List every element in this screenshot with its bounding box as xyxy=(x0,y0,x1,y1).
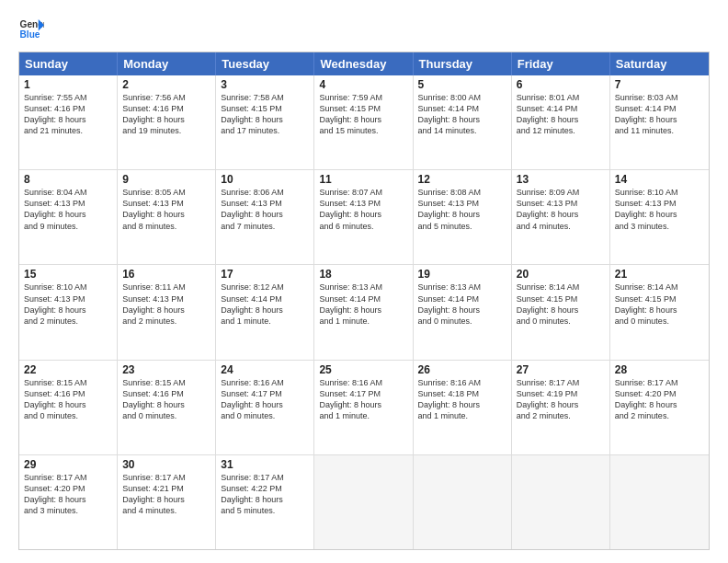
day-number: 2 xyxy=(122,78,210,91)
calendar-cell: 2Sunrise: 7:56 AM Sunset: 4:16 PM Daylig… xyxy=(118,75,216,169)
day-info: Sunrise: 8:10 AM Sunset: 4:13 PM Dayligh… xyxy=(24,282,112,327)
day-number: 23 xyxy=(122,363,210,376)
calendar-cell: 30Sunrise: 8:17 AM Sunset: 4:21 PM Dayli… xyxy=(118,455,216,549)
day-info: Sunrise: 8:10 AM Sunset: 4:13 PM Dayligh… xyxy=(615,187,704,232)
day-number: 14 xyxy=(615,173,704,186)
day-info: Sunrise: 8:13 AM Sunset: 4:14 PM Dayligh… xyxy=(319,282,407,327)
calendar-cell: 13Sunrise: 8:09 AM Sunset: 4:13 PM Dayli… xyxy=(512,170,610,264)
day-info: Sunrise: 8:13 AM Sunset: 4:14 PM Dayligh… xyxy=(418,282,506,327)
day-number: 4 xyxy=(319,78,407,91)
col-header-tuesday: Tuesday xyxy=(216,52,314,75)
calendar-cell: 26Sunrise: 8:16 AM Sunset: 4:18 PM Dayli… xyxy=(414,361,512,454)
calendar-cell: 14Sunrise: 8:10 AM Sunset: 4:13 PM Dayli… xyxy=(610,170,709,264)
day-info: Sunrise: 8:16 AM Sunset: 4:18 PM Dayligh… xyxy=(418,377,506,422)
calendar-cell: 1Sunrise: 7:55 AM Sunset: 4:16 PM Daylig… xyxy=(19,75,118,169)
day-number: 22 xyxy=(24,363,112,376)
calendar-cell: 29Sunrise: 8:17 AM Sunset: 4:20 PM Dayli… xyxy=(19,455,118,549)
day-number: 8 xyxy=(24,173,112,186)
day-number: 28 xyxy=(615,363,704,376)
col-header-thursday: Thursday xyxy=(414,52,512,75)
day-info: Sunrise: 7:55 AM Sunset: 4:16 PM Dayligh… xyxy=(24,92,112,137)
day-info: Sunrise: 8:01 AM Sunset: 4:14 PM Dayligh… xyxy=(517,92,605,137)
calendar-cell: 4Sunrise: 7:59 AM Sunset: 4:15 PM Daylig… xyxy=(314,75,413,169)
calendar-week-1: 1Sunrise: 7:55 AM Sunset: 4:16 PM Daylig… xyxy=(19,75,709,169)
day-number: 21 xyxy=(615,268,704,281)
day-number: 12 xyxy=(418,173,506,186)
calendar-cell: 23Sunrise: 8:15 AM Sunset: 4:16 PM Dayli… xyxy=(118,361,216,454)
day-number: 10 xyxy=(221,173,309,186)
day-number: 26 xyxy=(418,363,506,376)
day-number: 1 xyxy=(24,78,112,91)
calendar-cell: 11Sunrise: 8:07 AM Sunset: 4:13 PM Dayli… xyxy=(314,170,413,264)
logo-icon: General Blue xyxy=(18,17,44,42)
day-number: 31 xyxy=(221,458,309,471)
calendar-week-5: 29Sunrise: 8:17 AM Sunset: 4:20 PM Dayli… xyxy=(19,454,709,549)
calendar-cell xyxy=(610,455,709,549)
calendar-week-3: 15Sunrise: 8:10 AM Sunset: 4:13 PM Dayli… xyxy=(19,264,709,359)
day-number: 13 xyxy=(517,173,605,186)
day-info: Sunrise: 8:15 AM Sunset: 4:16 PM Dayligh… xyxy=(24,377,112,422)
day-info: Sunrise: 8:08 AM Sunset: 4:13 PM Dayligh… xyxy=(418,187,506,232)
day-number: 9 xyxy=(122,173,210,186)
calendar-cell: 6Sunrise: 8:01 AM Sunset: 4:14 PM Daylig… xyxy=(512,75,610,169)
day-number: 11 xyxy=(319,173,407,186)
day-number: 25 xyxy=(319,363,407,376)
day-number: 5 xyxy=(418,78,506,91)
calendar-cell: 19Sunrise: 8:13 AM Sunset: 4:14 PM Dayli… xyxy=(414,265,512,359)
logo: General Blue xyxy=(18,17,44,42)
day-number: 15 xyxy=(24,268,112,281)
svg-text:Blue: Blue xyxy=(20,29,40,40)
calendar-cell: 28Sunrise: 8:17 AM Sunset: 4:20 PM Dayli… xyxy=(610,361,709,454)
day-info: Sunrise: 8:17 AM Sunset: 4:19 PM Dayligh… xyxy=(517,377,605,422)
calendar-cell xyxy=(414,455,512,549)
day-number: 29 xyxy=(24,458,112,471)
day-info: Sunrise: 8:14 AM Sunset: 4:15 PM Dayligh… xyxy=(615,282,704,327)
day-info: Sunrise: 8:05 AM Sunset: 4:13 PM Dayligh… xyxy=(122,187,210,232)
day-info: Sunrise: 8:17 AM Sunset: 4:21 PM Dayligh… xyxy=(122,472,210,517)
day-info: Sunrise: 8:16 AM Sunset: 4:17 PM Dayligh… xyxy=(319,377,407,422)
day-number: 27 xyxy=(517,363,605,376)
calendar-cell: 31Sunrise: 8:17 AM Sunset: 4:22 PM Dayli… xyxy=(216,455,314,549)
day-number: 17 xyxy=(221,268,309,281)
day-number: 3 xyxy=(221,78,309,91)
calendar-cell: 12Sunrise: 8:08 AM Sunset: 4:13 PM Dayli… xyxy=(414,170,512,264)
day-info: Sunrise: 8:07 AM Sunset: 4:13 PM Dayligh… xyxy=(319,187,407,232)
calendar-cell xyxy=(314,455,413,549)
day-info: Sunrise: 8:17 AM Sunset: 4:20 PM Dayligh… xyxy=(615,377,704,422)
day-number: 16 xyxy=(122,268,210,281)
day-number: 7 xyxy=(615,78,704,91)
calendar-cell: 15Sunrise: 8:10 AM Sunset: 4:13 PM Dayli… xyxy=(19,265,118,359)
calendar-header-row: SundayMondayTuesdayWednesdayThursdayFrid… xyxy=(19,52,709,75)
calendar-week-2: 8Sunrise: 8:04 AM Sunset: 4:13 PM Daylig… xyxy=(19,169,709,264)
day-info: Sunrise: 8:17 AM Sunset: 4:20 PM Dayligh… xyxy=(24,472,112,517)
calendar-cell: 8Sunrise: 8:04 AM Sunset: 4:13 PM Daylig… xyxy=(19,170,118,264)
calendar-cell: 5Sunrise: 8:00 AM Sunset: 4:14 PM Daylig… xyxy=(414,75,512,169)
calendar-cell: 17Sunrise: 8:12 AM Sunset: 4:14 PM Dayli… xyxy=(216,265,314,359)
calendar-cell: 22Sunrise: 8:15 AM Sunset: 4:16 PM Dayli… xyxy=(19,361,118,454)
day-info: Sunrise: 7:56 AM Sunset: 4:16 PM Dayligh… xyxy=(122,92,210,137)
calendar-cell: 24Sunrise: 8:16 AM Sunset: 4:17 PM Dayli… xyxy=(216,361,314,454)
day-info: Sunrise: 8:12 AM Sunset: 4:14 PM Dayligh… xyxy=(221,282,309,327)
day-info: Sunrise: 8:03 AM Sunset: 4:14 PM Dayligh… xyxy=(615,92,704,137)
col-header-saturday: Saturday xyxy=(610,52,709,75)
day-info: Sunrise: 8:09 AM Sunset: 4:13 PM Dayligh… xyxy=(517,187,605,232)
calendar-cell: 3Sunrise: 7:58 AM Sunset: 4:15 PM Daylig… xyxy=(216,75,314,169)
col-header-friday: Friday xyxy=(512,52,610,75)
day-info: Sunrise: 8:14 AM Sunset: 4:15 PM Dayligh… xyxy=(517,282,605,327)
calendar-cell: 16Sunrise: 8:11 AM Sunset: 4:13 PM Dayli… xyxy=(118,265,216,359)
calendar-cell: 9Sunrise: 8:05 AM Sunset: 4:13 PM Daylig… xyxy=(118,170,216,264)
day-number: 24 xyxy=(221,363,309,376)
col-header-monday: Monday xyxy=(118,52,216,75)
calendar-week-4: 22Sunrise: 8:15 AM Sunset: 4:16 PM Dayli… xyxy=(19,360,709,454)
day-info: Sunrise: 7:58 AM Sunset: 4:15 PM Dayligh… xyxy=(221,92,309,137)
day-info: Sunrise: 8:16 AM Sunset: 4:17 PM Dayligh… xyxy=(221,377,309,422)
day-number: 18 xyxy=(319,268,407,281)
calendar-cell: 18Sunrise: 8:13 AM Sunset: 4:14 PM Dayli… xyxy=(314,265,413,359)
calendar-cell: 20Sunrise: 8:14 AM Sunset: 4:15 PM Dayli… xyxy=(512,265,610,359)
day-info: Sunrise: 8:04 AM Sunset: 4:13 PM Dayligh… xyxy=(24,187,112,232)
page-header: General Blue xyxy=(18,17,710,42)
day-info: Sunrise: 8:11 AM Sunset: 4:13 PM Dayligh… xyxy=(122,282,210,327)
calendar-cell: 27Sunrise: 8:17 AM Sunset: 4:19 PM Dayli… xyxy=(512,361,610,454)
day-info: Sunrise: 8:15 AM Sunset: 4:16 PM Dayligh… xyxy=(122,377,210,422)
day-info: Sunrise: 8:06 AM Sunset: 4:13 PM Dayligh… xyxy=(221,187,309,232)
